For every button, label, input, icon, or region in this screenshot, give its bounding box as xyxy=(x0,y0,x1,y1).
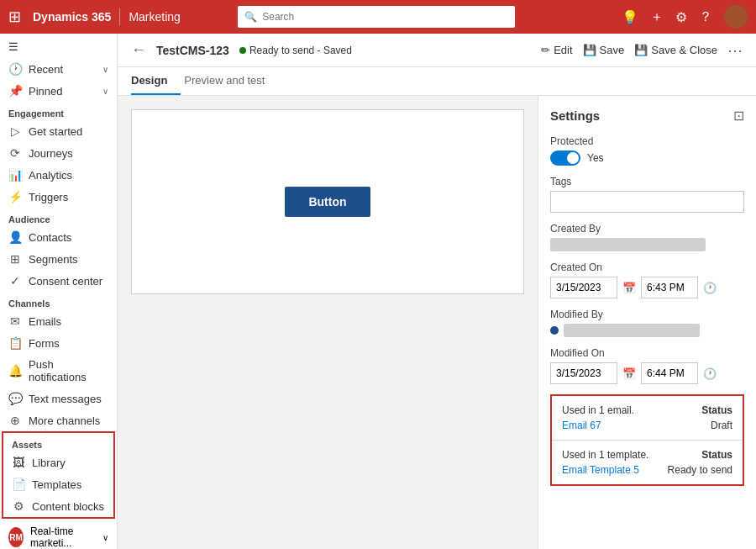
usage-email-header: Used in 1 email. Status xyxy=(562,404,732,416)
analytics-label: Analytics xyxy=(29,169,72,182)
tab-bar: Design Preview and test xyxy=(118,67,756,96)
edit-button[interactable]: ✏ Edit xyxy=(541,44,572,56)
usage-email-link[interactable]: Email 67 xyxy=(562,420,601,431)
pinned-arrow: ∨ xyxy=(102,87,108,96)
sidebar-item-consent-center[interactable]: ✓ Consent center xyxy=(0,270,117,292)
main-layout: ☰ 🕐 Recent ∨ 📌 Pinned ∨ Engagement ▷ Get… xyxy=(0,34,756,549)
top-nav-right-icons: 💡 ＋ ⚙ ？ xyxy=(622,5,748,29)
help-icon[interactable]: ？ xyxy=(699,8,712,26)
sidebar-item-analytics[interactable]: 📊 Analytics xyxy=(0,164,117,186)
audience-section-label: Audience xyxy=(0,208,117,226)
settings-title: Settings xyxy=(550,108,600,123)
sidebar-item-text-messages[interactable]: 💬 Text messages xyxy=(0,388,117,409)
content-blocks-icon: ⚙ xyxy=(12,499,25,513)
created-time-input[interactable] xyxy=(641,277,698,298)
templates-label: Templates xyxy=(32,478,81,491)
sidebar-item-pinned[interactable]: 📌 Pinned ∨ xyxy=(0,80,117,102)
forms-icon: 📋 xyxy=(8,336,22,350)
sidebar-item-emails[interactable]: ✉ Emails xyxy=(0,310,117,332)
tab-design-label: Design xyxy=(131,74,167,87)
sidebar-item-get-started[interactable]: ▷ Get started xyxy=(0,120,117,142)
sidebar-item-segments[interactable]: ⊞ Segments xyxy=(0,248,117,270)
more-options-button[interactable]: ⋯ xyxy=(727,41,743,60)
modified-by-field: Modified By xyxy=(550,309,744,337)
calendar-icon-2[interactable]: 📅 xyxy=(622,367,636,380)
usage-template-title: Used in 1 template. xyxy=(562,449,648,461)
created-date-input[interactable] xyxy=(550,277,617,298)
search-icon: 🔍 xyxy=(244,11,257,23)
add-icon[interactable]: ＋ xyxy=(650,8,664,26)
sidebar-item-triggers[interactable]: ⚡ Triggers xyxy=(0,186,117,208)
sidebar-item-more-channels[interactable]: ⊕ More channels xyxy=(0,409,117,431)
modified-date-input[interactable] xyxy=(550,362,617,384)
tags-input[interactable] xyxy=(550,191,744,213)
hamburger-menu[interactable]: ☰ xyxy=(8,40,108,53)
sidebar-bottom-profile[interactable]: RM Real-time marketi... ∨ xyxy=(0,519,117,549)
search-box[interactable]: 🔍 xyxy=(238,6,515,28)
save-close-button[interactable]: 💾 Save & Close xyxy=(634,44,717,56)
search-input[interactable] xyxy=(262,11,508,23)
canvas-button[interactable]: Button xyxy=(285,187,370,217)
contacts-label: Contacts xyxy=(29,231,71,244)
sidebar-item-recent[interactable]: 🕐 Recent ∨ xyxy=(0,58,117,80)
sidebar-item-content-blocks[interactable]: ⚙ Content blocks xyxy=(3,495,113,517)
modified-time-input[interactable] xyxy=(641,362,698,384)
channels-section-label: Channels xyxy=(0,292,117,310)
tab-design[interactable]: Design xyxy=(131,67,181,95)
status-badge: Ready to send - Saved xyxy=(239,45,352,56)
sidebar-top: ☰ xyxy=(0,34,117,58)
created-on-row: 📅 🕐 xyxy=(550,277,744,298)
settings-close-icon[interactable]: ⊡ xyxy=(733,108,744,124)
consent-label: Consent center xyxy=(29,275,102,288)
protected-row: Yes xyxy=(550,150,744,166)
clock-icon-2[interactable]: 🕐 xyxy=(703,367,717,380)
usage-template-header: Used in 1 template. Status xyxy=(562,449,732,461)
sidebar-item-templates[interactable]: 📄 Templates xyxy=(3,473,113,495)
modified-by-label: Modified By xyxy=(550,309,744,320)
page-title: TestCMS-123 xyxy=(156,44,229,57)
created-by-field: Created By xyxy=(550,223,744,251)
save-button[interactable]: 💾 Save xyxy=(583,44,625,56)
tags-field: Tags xyxy=(550,176,744,213)
design-canvas[interactable]: Button xyxy=(131,109,524,294)
usage-email-card: Used in 1 email. Status Email 67 Draft xyxy=(552,396,743,441)
recent-arrow: ∨ xyxy=(102,65,108,74)
journeys-label: Journeys xyxy=(29,147,73,160)
settings-icon[interactable]: ⚙ xyxy=(675,9,687,25)
usage-template-link[interactable]: Email Template 5 xyxy=(562,464,639,476)
pinned-label: Pinned xyxy=(29,85,62,98)
protected-toggle[interactable] xyxy=(550,150,580,166)
back-button[interactable]: ← xyxy=(131,41,146,59)
modified-on-row: 📅 🕐 xyxy=(550,362,744,384)
user-avatar[interactable] xyxy=(724,5,748,29)
modified-by-row xyxy=(550,324,744,337)
created-by-label: Created By xyxy=(550,223,744,235)
edit-label: Edit xyxy=(554,44,572,56)
save-label: Save xyxy=(600,44,625,56)
tab-preview-test[interactable]: Preview and test xyxy=(184,67,278,95)
lightbulb-icon[interactable]: 💡 xyxy=(622,9,638,25)
protected-field: Protected Yes xyxy=(550,135,744,166)
usage-email-status: Draft xyxy=(711,420,732,431)
sidebar-item-forms[interactable]: 📋 Forms xyxy=(0,332,117,354)
library-icon: 🖼 xyxy=(12,456,25,469)
engagement-section-label: Engagement xyxy=(0,102,117,120)
clock-icon[interactable]: 🕐 xyxy=(703,282,717,294)
profile-label: Real-time marketi... xyxy=(30,525,96,549)
save-close-icon: 💾 xyxy=(634,44,648,56)
usage-email-title: Used in 1 email. xyxy=(562,404,634,416)
more-channels-label: More channels xyxy=(29,414,100,427)
sidebar-item-push-notifications[interactable]: 🔔 Push notifications xyxy=(0,354,117,388)
content-area: Button Settings ⊡ Protected Yes xyxy=(118,96,756,549)
usage-section: Used in 1 email. Status Email 67 Draft U… xyxy=(550,394,744,486)
sidebar-item-contacts[interactable]: 👤 Contacts xyxy=(0,226,117,248)
sidebar-item-journeys[interactable]: ⟳ Journeys xyxy=(0,142,117,164)
tags-label: Tags xyxy=(550,176,744,187)
modified-on-field: Modified On 📅 🕐 xyxy=(550,347,744,384)
usage-template-status-label: Status xyxy=(701,449,732,461)
usage-template-status: Ready to send xyxy=(668,464,732,476)
grid-menu-icon[interactable]: ⊞ xyxy=(8,8,21,26)
settings-panel: Settings ⊡ Protected Yes Tags xyxy=(538,96,756,549)
calendar-icon[interactable]: 📅 xyxy=(622,282,636,294)
sidebar-item-library[interactable]: 🖼 Library xyxy=(3,451,113,473)
